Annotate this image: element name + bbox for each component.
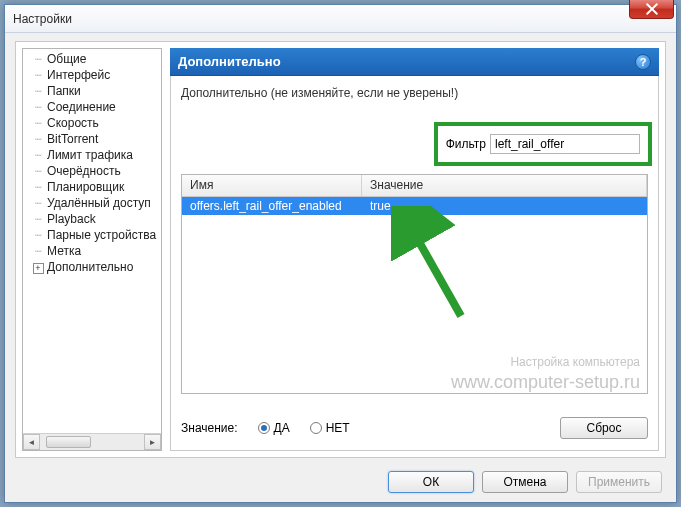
tree-item-paired-devices[interactable]: ┈Парные устройства [29, 227, 161, 243]
window-title: Настройки [13, 12, 72, 26]
tree-item-scheduler[interactable]: ┈Планировщик [29, 179, 161, 195]
value-label: Значение: [181, 421, 238, 435]
tree-item-folders[interactable]: ┈Папки [29, 83, 161, 99]
grid-row[interactable]: offers.left_rail_offer_enabled true [182, 197, 647, 215]
radio-no[interactable]: НЕТ [310, 421, 350, 435]
radio-yes[interactable]: ДА [258, 421, 290, 435]
close-icon [646, 3, 658, 15]
titlebar[interactable]: Настройки [5, 5, 676, 33]
category-tree[interactable]: ┈Общие ┈Интерфейс ┈Папки ┈Соединение ┈Ск… [22, 48, 162, 451]
tree-item-general[interactable]: ┈Общие [29, 51, 161, 67]
grid-header-name[interactable]: Имя [182, 175, 362, 196]
tree-branch-icon: ┈ [29, 117, 47, 130]
tree-item-bittorrent[interactable]: ┈BitTorrent [29, 131, 161, 147]
watermark: Настройка компьютера www.computer-setup.… [451, 355, 640, 394]
apply-button[interactable]: Применить [576, 471, 662, 493]
tree-item-advanced[interactable]: +Дополнительно [29, 259, 161, 275]
help-icon[interactable]: ? [635, 54, 651, 70]
grid-header-value[interactable]: Значение [362, 175, 647, 196]
grid-cell-name: offers.left_rail_offer_enabled [182, 197, 362, 215]
panel-header: Дополнительно ? [170, 48, 659, 76]
tree-item-interface[interactable]: ┈Интерфейс [29, 67, 161, 83]
tree-branch-icon: ┈ [29, 229, 47, 242]
tree-branch-icon: ┈ [29, 53, 47, 66]
watermark-line1: Настройка компьютера [451, 355, 640, 371]
value-row: Значение: ДА НЕТ Сброс [181, 414, 648, 442]
tree-item-remote-access[interactable]: ┈Удалённый доступ [29, 195, 161, 211]
tree-branch-icon: ┈ [29, 245, 47, 258]
tree-branch-icon: ┈ [29, 101, 47, 114]
tree-item-traffic-limit[interactable]: ┈Лимит трафика [29, 147, 161, 163]
tree-branch-icon: ┈ [29, 181, 47, 194]
dialog-footer: ОК Отмена Применить [5, 462, 676, 502]
tree-branch-icon: ┈ [29, 133, 47, 146]
scroll-right-button[interactable]: ► [144, 434, 161, 450]
tree-items: ┈Общие ┈Интерфейс ┈Папки ┈Соединение ┈Ск… [23, 49, 161, 277]
advanced-panel: Дополнительно ? Дополнительно (не изменя… [170, 48, 659, 451]
tree-item-playback[interactable]: ┈Playback [29, 211, 161, 227]
scroll-left-button[interactable]: ◄ [23, 434, 40, 450]
settings-window: Настройки ┈Общие ┈Интерфейс ┈Папки ┈Соед… [4, 4, 677, 503]
tree-branch-icon: ┈ [29, 197, 47, 210]
tree-item-label[interactable]: ┈Метка [29, 243, 161, 259]
tree-item-queue[interactable]: ┈Очерёдность [29, 163, 161, 179]
close-button[interactable] [629, 0, 674, 19]
tree-branch-icon: ┈ [29, 85, 47, 98]
grid-header: Имя Значение [182, 175, 647, 197]
tree-branch-icon: ┈ [29, 69, 47, 82]
cancel-button[interactable]: Отмена [482, 471, 568, 493]
tree-branch-icon: ┈ [29, 149, 47, 162]
dialog-body: ┈Общие ┈Интерфейс ┈Папки ┈Соединение ┈Ск… [15, 41, 666, 458]
reset-button[interactable]: Сброс [560, 417, 648, 439]
tree-branch-icon: ┈ [29, 213, 47, 226]
filter-input[interactable] [490, 134, 640, 154]
ok-button[interactable]: ОК [388, 471, 474, 493]
radio-icon [310, 422, 322, 434]
tree-item-speed[interactable]: ┈Скорость [29, 115, 161, 131]
tree-branch-icon: ┈ [29, 165, 47, 178]
panel-title: Дополнительно [178, 54, 281, 69]
filter-box: Фильтр [434, 122, 652, 166]
panel-content: Дополнительно (не изменяйте, если не уве… [170, 76, 659, 451]
scroll-thumb[interactable] [46, 436, 91, 448]
radio-icon [258, 422, 270, 434]
panel-warning: Дополнительно (не изменяйте, если не уве… [181, 86, 648, 100]
horizontal-scrollbar[interactable]: ◄ ► [23, 433, 161, 450]
grid-cell-value: true [362, 197, 647, 215]
tree-expand-icon[interactable]: + [29, 261, 47, 274]
scroll-track[interactable] [40, 434, 144, 450]
watermark-line2: www.computer-setup.ru [451, 371, 640, 394]
filter-label: Фильтр [446, 137, 486, 151]
tree-item-connection[interactable]: ┈Соединение [29, 99, 161, 115]
